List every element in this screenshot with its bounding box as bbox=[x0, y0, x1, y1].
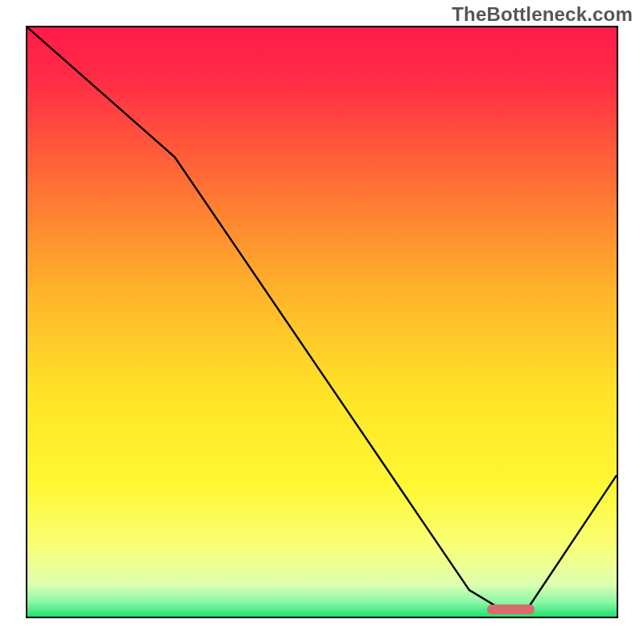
plot-frame bbox=[26, 26, 618, 618]
optimal-marker bbox=[487, 605, 535, 614]
chart-stage: TheBottleneck.com bbox=[0, 0, 644, 644]
plot-inner bbox=[27, 27, 617, 617]
watermark-text: TheBottleneck.com bbox=[452, 3, 633, 26]
bottleneck-curve bbox=[27, 27, 617, 617]
